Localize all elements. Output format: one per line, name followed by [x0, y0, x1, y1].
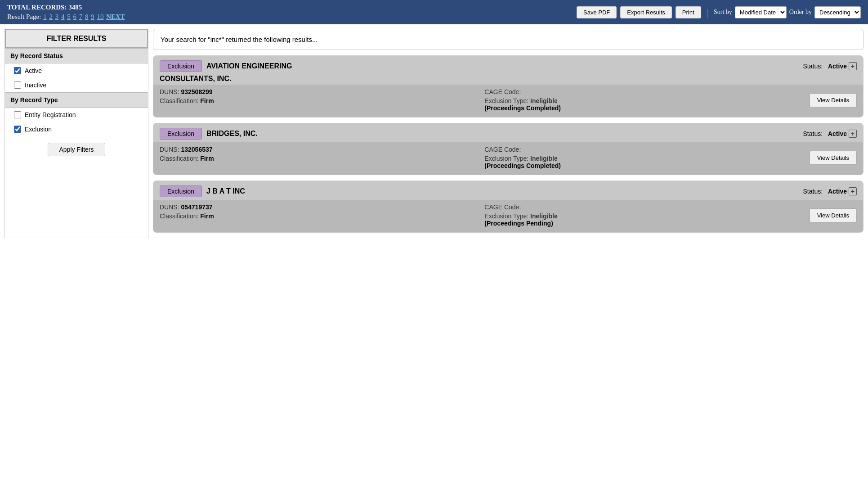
- separator: |: [707, 6, 708, 18]
- export-results-button[interactable]: Export Results: [620, 6, 672, 18]
- page-5[interactable]: 5: [67, 13, 71, 20]
- page-7[interactable]: 7: [79, 13, 83, 20]
- result-card: Exclusion BRIDGES, INC. Status: Active +…: [153, 123, 864, 175]
- record-status-header: By Record Status: [5, 48, 148, 63]
- inactive-label[interactable]: Inactive: [25, 81, 46, 89]
- active-label[interactable]: Active: [25, 67, 42, 74]
- result-card: Exclusion J B A T INC Status: Active + D…: [153, 181, 864, 233]
- exclusion-checkbox[interactable]: [14, 126, 21, 133]
- card-header: Exclusion AVIATION ENGINEERING Status: A…: [153, 56, 863, 75]
- search-info-box: Your search for "inc*" returned the foll…: [153, 29, 864, 50]
- cage-field: CAGE Code:: [484, 203, 800, 211]
- card-header: Exclusion BRIDGES, INC. Status: Active +: [153, 123, 863, 142]
- exclusion-type-field: Exclusion Type: Ineligible (Proceedings …: [484, 97, 800, 112]
- entity-registration-option: Entity Registration: [5, 108, 148, 122]
- classification-field: Classification: Firm: [160, 212, 475, 220]
- card-status: Status: Active +: [803, 62, 857, 70]
- sort-bar: Sort by Modified Date Name DUNS Status O…: [714, 6, 861, 18]
- exclusion-option: Exclusion: [5, 122, 148, 136]
- card-name-line2: CONSULTANTS, INC.: [153, 75, 863, 85]
- top-bar: TOTAL RECORDS: 3485 Result Page: 1 2 3 4…: [0, 0, 868, 24]
- status-plus-icon[interactable]: +: [849, 187, 857, 195]
- duns-field: DUNS: 054719737: [160, 203, 475, 211]
- apply-filters-button[interactable]: Apply Filters: [48, 143, 105, 156]
- page-2[interactable]: 2: [49, 13, 53, 20]
- order-by-label: Order by: [789, 9, 812, 16]
- inactive-checkbox[interactable]: [14, 81, 21, 89]
- record-type-header: By Record Type: [5, 92, 148, 108]
- entity-registration-checkbox[interactable]: [14, 111, 21, 118]
- cage-field: CAGE Code:: [484, 146, 800, 153]
- next-link[interactable]: NEXT: [106, 13, 125, 20]
- exclusion-type-field: Exclusion Type: Ineligible (Proceedings …: [484, 155, 800, 169]
- exclusion-label[interactable]: Exclusion: [25, 126, 52, 133]
- page-10[interactable]: 10: [97, 13, 103, 20]
- view-details-button[interactable]: View Details: [810, 93, 857, 107]
- classification-field: Classification: Firm: [160, 97, 475, 104]
- exclusion-badge: Exclusion: [160, 60, 202, 72]
- active-checkbox[interactable]: [14, 67, 21, 74]
- main-layout: FILTER RESULTS By Record Status Active I…: [0, 24, 868, 243]
- save-pdf-button[interactable]: Save PDF: [577, 6, 617, 18]
- result-card: Exclusion AVIATION ENGINEERING Status: A…: [153, 55, 864, 117]
- result-page-label: Result Page:: [7, 13, 41, 20]
- card-name: AVIATION ENGINEERING: [206, 62, 799, 70]
- card-body: DUNS: 132056537 CAGE Code: View Details …: [153, 142, 863, 175]
- page-9[interactable]: 9: [91, 13, 94, 20]
- top-bar-left: TOTAL RECORDS: 3485 Result Page: 1 2 3 4…: [7, 4, 125, 21]
- exclusion-badge: Exclusion: [160, 185, 202, 197]
- exclusion-badge: Exclusion: [160, 128, 202, 140]
- result-pages: Result Page: 1 2 3 4 5 6 7 8 9 10 NEXT: [7, 13, 125, 21]
- status-plus-icon[interactable]: +: [849, 62, 857, 70]
- exclusion-type-field: Exclusion Type: Ineligible (Proceedings …: [484, 212, 800, 227]
- duns-field: DUNS: 132056537: [160, 146, 475, 153]
- card-body: DUNS: 054719737 CAGE Code: View Details …: [153, 200, 863, 232]
- page-8[interactable]: 8: [85, 13, 89, 20]
- page-1[interactable]: 1: [43, 13, 47, 20]
- sort-by-select[interactable]: Modified Date Name DUNS Status: [735, 6, 787, 18]
- card-header: Exclusion J B A T INC Status: Active +: [153, 181, 863, 200]
- card-name: BRIDGES, INC.: [206, 130, 799, 138]
- results-area: Your search for "inc*" returned the foll…: [153, 29, 864, 238]
- page-6[interactable]: 6: [73, 13, 76, 20]
- sort-by-label: Sort by: [714, 9, 732, 16]
- print-button[interactable]: Print: [676, 6, 701, 18]
- view-details-button[interactable]: View Details: [810, 208, 857, 222]
- total-records: TOTAL RECORDS: 3485: [7, 4, 125, 11]
- filter-panel: FILTER RESULTS By Record Status Active I…: [4, 29, 148, 238]
- entity-registration-label[interactable]: Entity Registration: [25, 111, 76, 118]
- cage-field: CAGE Code:: [484, 88, 800, 95]
- inactive-filter-option: Inactive: [5, 78, 148, 92]
- card-body: DUNS: 932508299 CAGE Code: View Details …: [153, 85, 863, 117]
- status-plus-icon[interactable]: +: [849, 130, 857, 138]
- active-filter-option: Active: [5, 63, 148, 78]
- classification-field: Classification: Firm: [160, 155, 475, 162]
- card-name: J B A T INC: [206, 187, 799, 195]
- page-4[interactable]: 4: [61, 13, 65, 20]
- view-details-button[interactable]: View Details: [810, 151, 857, 165]
- filter-title: FILTER RESULTS: [5, 29, 148, 48]
- top-bar-right: Save PDF Export Results Print | Sort by …: [577, 6, 861, 18]
- card-status: Status: Active +: [803, 130, 857, 138]
- page-3[interactable]: 3: [55, 13, 59, 20]
- card-status: Status: Active +: [803, 187, 857, 195]
- order-by-select[interactable]: Descending Ascending: [814, 6, 861, 18]
- duns-field: DUNS: 932508299: [160, 88, 475, 95]
